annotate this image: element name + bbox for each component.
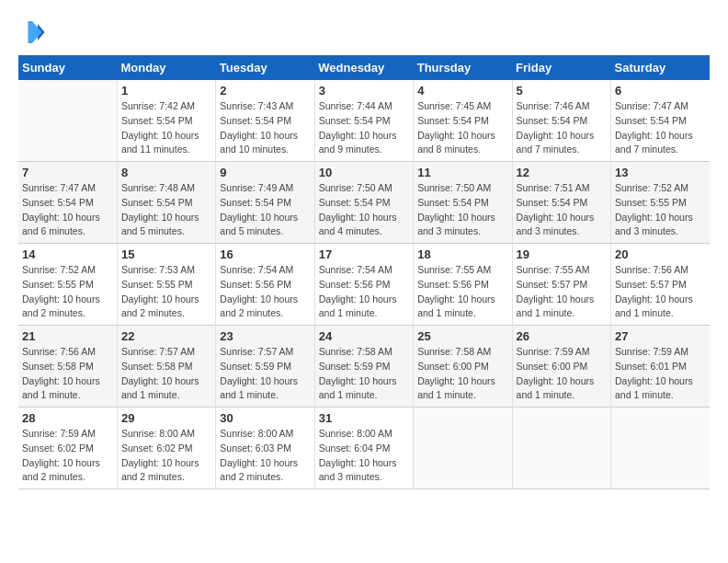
day-number: 30 bbox=[220, 411, 310, 425]
calendar-week-1: 7 Sunrise: 7:47 AMSunset: 5:54 PMDayligh… bbox=[18, 162, 710, 244]
calendar-cell: 28 Sunrise: 7:59 AMSunset: 6:02 PMDaylig… bbox=[18, 408, 117, 489]
day-detail: Sunrise: 7:57 AMSunset: 5:59 PMDaylight:… bbox=[220, 345, 310, 403]
calendar-cell: 14 Sunrise: 7:52 AMSunset: 5:55 PMDaylig… bbox=[18, 244, 117, 326]
col-header-wednesday: Wednesday bbox=[314, 55, 413, 80]
day-detail: Sunrise: 7:48 AMSunset: 5:54 PMDaylight:… bbox=[121, 181, 211, 239]
day-detail: Sunrise: 7:53 AMSunset: 5:55 PMDaylight:… bbox=[121, 263, 211, 321]
calendar-cell: 18 Sunrise: 7:55 AMSunset: 5:56 PMDaylig… bbox=[414, 244, 512, 326]
day-number: 21 bbox=[22, 329, 113, 343]
day-detail: Sunrise: 7:52 AMSunset: 5:55 PMDaylight:… bbox=[22, 263, 113, 321]
day-detail: Sunrise: 7:54 AMSunset: 5:56 PMDaylight:… bbox=[220, 263, 310, 321]
calendar-cell: 11 Sunrise: 7:50 AMSunset: 5:54 PMDaylig… bbox=[414, 162, 512, 244]
day-detail: Sunrise: 7:50 AMSunset: 5:54 PMDaylight:… bbox=[319, 181, 409, 239]
calendar-cell bbox=[414, 408, 512, 489]
calendar-cell bbox=[611, 408, 710, 489]
day-number: 17 bbox=[319, 247, 409, 261]
calendar-cell: 27 Sunrise: 7:59 AMSunset: 6:01 PMDaylig… bbox=[611, 326, 710, 408]
day-number: 12 bbox=[517, 166, 607, 179]
calendar-week-2: 14 Sunrise: 7:52 AMSunset: 5:55 PMDaylig… bbox=[18, 244, 710, 326]
day-number: 14 bbox=[22, 247, 113, 261]
day-detail: Sunrise: 7:51 AMSunset: 5:54 PMDaylight:… bbox=[517, 181, 607, 239]
day-number: 19 bbox=[517, 247, 607, 261]
calendar-cell: 7 Sunrise: 7:47 AMSunset: 5:54 PMDayligh… bbox=[18, 162, 117, 244]
calendar-cell: 30 Sunrise: 8:00 AMSunset: 6:03 PMDaylig… bbox=[216, 408, 314, 489]
day-detail: Sunrise: 8:00 AMSunset: 6:04 PMDaylight:… bbox=[319, 427, 409, 485]
day-number: 1 bbox=[121, 84, 211, 98]
calendar-cell: 1 Sunrise: 7:42 AMSunset: 5:54 PMDayligh… bbox=[117, 80, 215, 162]
day-number: 16 bbox=[220, 247, 310, 261]
day-detail: Sunrise: 7:54 AMSunset: 5:56 PMDaylight:… bbox=[319, 263, 409, 321]
calendar-cell: 31 Sunrise: 8:00 AMSunset: 6:04 PMDaylig… bbox=[314, 408, 413, 489]
day-detail: Sunrise: 7:45 AMSunset: 5:54 PMDaylight:… bbox=[417, 99, 507, 157]
day-number: 22 bbox=[121, 329, 211, 343]
calendar-cell: 3 Sunrise: 7:44 AMSunset: 5:54 PMDayligh… bbox=[314, 80, 413, 162]
day-number: 15 bbox=[121, 247, 211, 261]
day-number: 24 bbox=[319, 329, 409, 343]
day-detail: Sunrise: 7:47 AMSunset: 5:54 PMDaylight:… bbox=[22, 181, 113, 239]
calendar-cell: 25 Sunrise: 7:58 AMSunset: 6:00 PMDaylig… bbox=[414, 326, 512, 408]
day-detail: Sunrise: 7:46 AMSunset: 5:54 PMDaylight:… bbox=[517, 99, 607, 157]
calendar-cell: 8 Sunrise: 7:48 AMSunset: 5:54 PMDayligh… bbox=[117, 162, 215, 244]
logo bbox=[18, 18, 50, 46]
calendar-cell bbox=[18, 80, 117, 162]
day-number: 9 bbox=[220, 166, 310, 179]
col-header-saturday: Saturday bbox=[611, 55, 710, 80]
day-number: 10 bbox=[319, 166, 409, 179]
day-number: 4 bbox=[417, 84, 507, 98]
calendar-cell: 16 Sunrise: 7:54 AMSunset: 5:56 PMDaylig… bbox=[216, 244, 314, 326]
calendar-cell: 20 Sunrise: 7:56 AMSunset: 5:57 PMDaylig… bbox=[611, 244, 710, 326]
calendar-cell bbox=[512, 408, 610, 489]
logo-icon bbox=[18, 18, 46, 46]
calendar-cell: 23 Sunrise: 7:57 AMSunset: 5:59 PMDaylig… bbox=[216, 326, 314, 408]
calendar-cell: 13 Sunrise: 7:52 AMSunset: 5:55 PMDaylig… bbox=[611, 162, 710, 244]
calendar-cell: 4 Sunrise: 7:45 AMSunset: 5:54 PMDayligh… bbox=[414, 80, 512, 162]
calendar-cell: 9 Sunrise: 7:49 AMSunset: 5:54 PMDayligh… bbox=[216, 162, 314, 244]
page-header bbox=[18, 18, 710, 46]
day-detail: Sunrise: 7:43 AMSunset: 5:54 PMDaylight:… bbox=[220, 99, 310, 157]
day-number: 26 bbox=[517, 329, 607, 343]
day-detail: Sunrise: 7:59 AMSunset: 6:00 PMDaylight:… bbox=[517, 345, 607, 403]
day-detail: Sunrise: 8:00 AMSunset: 6:02 PMDaylight:… bbox=[121, 427, 211, 485]
day-detail: Sunrise: 8:00 AMSunset: 6:03 PMDaylight:… bbox=[220, 427, 310, 485]
calendar-cell: 12 Sunrise: 7:51 AMSunset: 5:54 PMDaylig… bbox=[512, 162, 610, 244]
day-number: 6 bbox=[615, 84, 706, 98]
col-header-friday: Friday bbox=[512, 55, 610, 80]
day-detail: Sunrise: 7:58 AMSunset: 6:00 PMDaylight:… bbox=[417, 345, 507, 403]
day-detail: Sunrise: 7:58 AMSunset: 5:59 PMDaylight:… bbox=[319, 345, 409, 403]
calendar-cell: 24 Sunrise: 7:58 AMSunset: 5:59 PMDaylig… bbox=[314, 326, 413, 408]
svg-marker-1 bbox=[28, 21, 42, 43]
calendar-week-4: 28 Sunrise: 7:59 AMSunset: 6:02 PMDaylig… bbox=[18, 408, 710, 489]
day-number: 2 bbox=[220, 84, 310, 98]
day-number: 11 bbox=[417, 166, 507, 179]
day-number: 20 bbox=[615, 247, 706, 261]
calendar-cell: 17 Sunrise: 7:54 AMSunset: 5:56 PMDaylig… bbox=[314, 244, 413, 326]
calendar-cell: 6 Sunrise: 7:47 AMSunset: 5:54 PMDayligh… bbox=[611, 80, 710, 162]
day-number: 13 bbox=[615, 166, 706, 179]
day-number: 27 bbox=[615, 329, 706, 343]
day-number: 3 bbox=[319, 84, 409, 98]
calendar-table: SundayMondayTuesdayWednesdayThursdayFrid… bbox=[18, 55, 710, 489]
calendar-cell: 19 Sunrise: 7:55 AMSunset: 5:57 PMDaylig… bbox=[512, 244, 610, 326]
calendar-cell: 22 Sunrise: 7:57 AMSunset: 5:58 PMDaylig… bbox=[117, 326, 215, 408]
day-number: 18 bbox=[417, 247, 507, 261]
day-number: 31 bbox=[319, 411, 409, 425]
day-detail: Sunrise: 7:50 AMSunset: 5:54 PMDaylight:… bbox=[417, 181, 507, 239]
day-detail: Sunrise: 7:52 AMSunset: 5:55 PMDaylight:… bbox=[615, 181, 706, 239]
col-header-sunday: Sunday bbox=[18, 55, 117, 80]
calendar-week-3: 21 Sunrise: 7:56 AMSunset: 5:58 PMDaylig… bbox=[18, 326, 710, 408]
col-header-thursday: Thursday bbox=[414, 55, 512, 80]
day-number: 29 bbox=[121, 411, 211, 425]
col-header-monday: Monday bbox=[117, 55, 215, 80]
header-row: SundayMondayTuesdayWednesdayThursdayFrid… bbox=[18, 55, 710, 80]
day-detail: Sunrise: 7:55 AMSunset: 5:56 PMDaylight:… bbox=[417, 263, 507, 321]
calendar-cell: 2 Sunrise: 7:43 AMSunset: 5:54 PMDayligh… bbox=[216, 80, 314, 162]
day-number: 5 bbox=[517, 84, 607, 98]
day-detail: Sunrise: 7:44 AMSunset: 5:54 PMDaylight:… bbox=[319, 99, 409, 157]
calendar-cell: 21 Sunrise: 7:56 AMSunset: 5:58 PMDaylig… bbox=[18, 326, 117, 408]
day-detail: Sunrise: 7:47 AMSunset: 5:54 PMDaylight:… bbox=[615, 99, 706, 157]
day-number: 8 bbox=[121, 166, 211, 179]
day-detail: Sunrise: 7:57 AMSunset: 5:58 PMDaylight:… bbox=[121, 345, 211, 403]
day-number: 7 bbox=[22, 166, 113, 179]
day-detail: Sunrise: 7:55 AMSunset: 5:57 PMDaylight:… bbox=[517, 263, 607, 321]
day-number: 23 bbox=[220, 329, 310, 343]
